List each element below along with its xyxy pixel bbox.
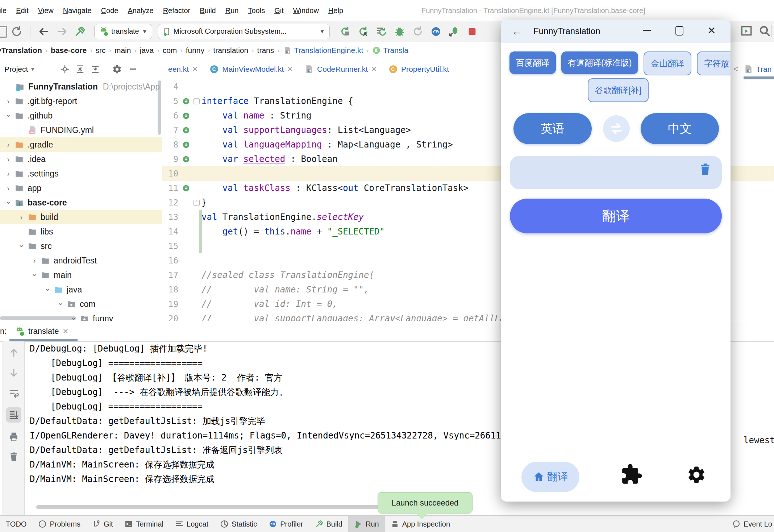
- translate-input[interactable]: [510, 156, 722, 189]
- tree-item--github[interactable]: ⌄.github: [0, 108, 162, 123]
- event-log-button[interactable]: Event Lo: [732, 516, 774, 532]
- status-item-todo[interactable]: TODO: [0, 516, 32, 532]
- engine-button[interactable]: 有道翻译(标准版): [561, 51, 638, 74]
- tree-item-java[interactable]: ⌄java: [0, 282, 162, 297]
- breadcrumb-item[interactable]: base-core: [51, 46, 87, 55]
- engine-button[interactable]: 字符放: [697, 51, 731, 75]
- status-item-profiler[interactable]: Profiler: [263, 516, 309, 532]
- sync-icon[interactable]: [11, 26, 22, 37]
- gutter-implemented-icon[interactable]: [180, 112, 191, 120]
- tree-item-src[interactable]: ⌄src: [0, 239, 162, 253]
- tree-item-libs[interactable]: libs: [0, 224, 162, 239]
- tab-coderunner-kt[interactable]: CodeRunner.kt✕: [299, 59, 383, 79]
- status-item-logcat[interactable]: Logcat: [169, 516, 214, 532]
- expand-all-icon[interactable]: [75, 64, 85, 74]
- tree-item-build[interactable]: ›build: [0, 210, 162, 224]
- gutter-implemented-icon[interactable]: [180, 97, 191, 105]
- status-item-git[interactable]: Git: [86, 516, 119, 532]
- resume-icon[interactable]: [412, 26, 424, 37]
- target-language-button[interactable]: 中文: [641, 113, 719, 144]
- breadcrumb-item[interactable]: src: [96, 46, 106, 55]
- app-title-bar[interactable]: ← FunnyTranslation ✕: [501, 20, 731, 43]
- collapse-all-icon[interactable]: [90, 64, 100, 74]
- fold-marker-icon[interactable]: –: [191, 98, 201, 104]
- tab-mainviewmodel-kt[interactable]: CMainViewModel.kt✕: [204, 59, 299, 79]
- search-icon[interactable]: [758, 25, 771, 37]
- fold-marker-icon[interactable]: ⌃: [194, 200, 200, 206]
- menu-item-build[interactable]: Build: [195, 7, 220, 15]
- chevron-down-icon[interactable]: ⌄: [3, 109, 14, 119]
- plugins-nav-icon[interactable]: [620, 463, 643, 486]
- close-icon[interactable]: ✕: [371, 65, 377, 73]
- status-item-terminal[interactable]: Terminal: [118, 516, 169, 532]
- chevron-right-icon[interactable]: ›: [16, 213, 27, 221]
- tree-item--settings[interactable]: ›.settings: [0, 166, 162, 181]
- swap-languages-button[interactable]: [603, 115, 630, 142]
- profiler-icon[interactable]: [430, 26, 442, 37]
- tree-item-com[interactable]: ⌄com: [0, 297, 162, 311]
- project-view-selector[interactable]: Project: [4, 65, 28, 74]
- chevron-right-icon[interactable]: ›: [3, 97, 14, 105]
- debug-icon[interactable]: [394, 26, 405, 37]
- menu-item-analyze[interactable]: Analyze: [123, 7, 158, 15]
- window-list-icon[interactable]: [0, 26, 7, 38]
- menu-item-file[interactable]: File: [0, 7, 11, 15]
- attach-debugger-icon[interactable]: [448, 26, 460, 37]
- chevron-down-icon[interactable]: ⌄: [55, 298, 66, 307]
- tree-item-main[interactable]: ⌄main: [0, 268, 162, 282]
- tab-een-kt[interactable]: een.kt✕: [162, 59, 204, 79]
- status-item-problems[interactable]: Problems: [32, 516, 86, 532]
- run-tab-translate[interactable]: translate ✕: [14, 326, 68, 336]
- back-arrow-icon[interactable]: ←: [512, 25, 523, 37]
- status-item-app-inspection[interactable]: App Inspection: [385, 516, 456, 532]
- scroll-to-end-icon[interactable]: [6, 407, 21, 423]
- clear-all-icon[interactable]: [8, 451, 20, 463]
- close-icon[interactable]: ✕: [192, 65, 198, 73]
- menu-item-code[interactable]: Code: [96, 7, 123, 15]
- close-icon[interactable]: ✕: [287, 65, 293, 73]
- menu-item-tools[interactable]: Tools: [243, 7, 270, 15]
- menu-item-view[interactable]: View: [33, 7, 58, 15]
- chevron-right-icon[interactable]: ›: [3, 184, 14, 192]
- breadcrumb-item[interactable]: main: [115, 46, 131, 55]
- menu-item-edit[interactable]: Edit: [11, 7, 33, 15]
- gutter-implemented-icon[interactable]: [180, 184, 191, 192]
- close-icon[interactable]: ✕: [707, 25, 716, 37]
- breadcrumb-item[interactable]: translation: [213, 46, 248, 55]
- breadcrumb-item[interactable]: Transla: [372, 46, 408, 55]
- chevron-down-icon[interactable]: ⌄: [16, 240, 27, 249]
- tree-item-funnytranslation[interactable]: FunnyTranslationD:\projects\App: [0, 79, 162, 94]
- gutter-implemented-icon[interactable]: [180, 126, 191, 134]
- clear-input-icon[interactable]: [698, 162, 712, 177]
- locate-icon[interactable]: [60, 64, 70, 74]
- chevron-right-icon[interactable]: ›: [3, 170, 14, 178]
- tree-item-app[interactable]: ›app: [0, 181, 162, 195]
- chevron-down-icon[interactable]: ⌄: [68, 312, 79, 321]
- minimize-icon[interactable]: [643, 30, 651, 31]
- nav-translate-button[interactable]: 翻译: [521, 462, 579, 492]
- status-item-statistic[interactable]: Statistic: [214, 516, 263, 532]
- maximize-icon[interactable]: [675, 26, 683, 36]
- chevron-down-icon[interactable]: ⌄: [3, 196, 14, 206]
- engine-button[interactable]: 谷歌翻译[补]: [588, 78, 649, 102]
- log-horizontal-scrollbar[interactable]: [36, 505, 422, 509]
- engine-button[interactable]: 百度翻译: [509, 51, 556, 74]
- gutter-implemented-icon[interactable]: [180, 141, 191, 149]
- tree-item--idea[interactable]: ›.idea: [0, 152, 162, 166]
- tree-item--gradle[interactable]: ›.gradle: [0, 137, 162, 152]
- breadcrumb-item[interactable]: com: [163, 46, 177, 55]
- build-hammer-icon[interactable]: [74, 26, 86, 37]
- chevron-down-icon[interactable]: ⌄: [29, 269, 40, 278]
- rerun-icon[interactable]: [376, 26, 387, 37]
- menu-item-refactor[interactable]: Refactor: [158, 7, 195, 15]
- status-item-run[interactable]: Run: [348, 516, 385, 532]
- fold-marker-icon[interactable]: ⌃: [191, 200, 201, 206]
- soft-wrap-icon[interactable]: [8, 387, 20, 399]
- run-config-select[interactable]: translate ▼: [94, 24, 152, 39]
- scroll-up-icon[interactable]: [8, 346, 20, 359]
- settings-nav-icon[interactable]: [686, 465, 707, 485]
- chevron-right-icon[interactable]: ›: [3, 141, 14, 149]
- tree-item-funding-yml[interactable]: YMLFUNDING.yml: [0, 123, 162, 137]
- engine-button[interactable]: 金山翻译: [644, 51, 691, 75]
- menu-item-git[interactable]: Git: [270, 7, 288, 15]
